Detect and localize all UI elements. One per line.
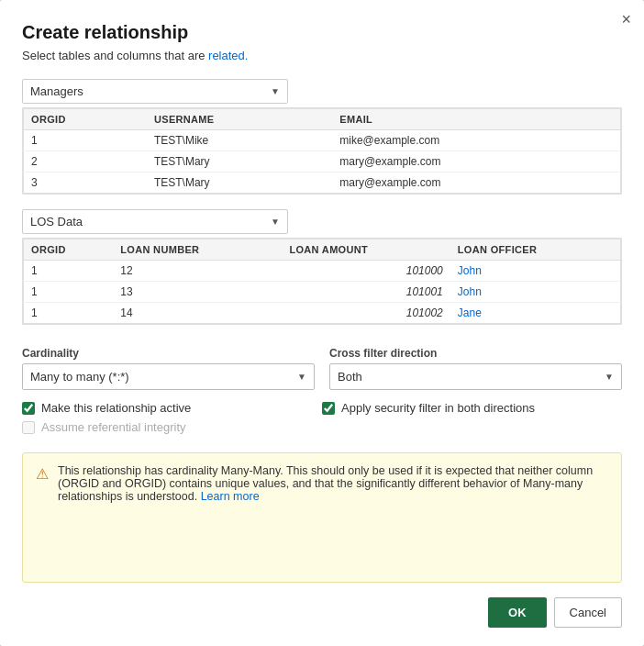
cardinality-arrow-icon: ▼ xyxy=(297,372,306,382)
table2-col-orgid: ORGID xyxy=(24,239,114,261)
active-checkbox-label: Make this relationship active xyxy=(41,401,191,415)
table1-wrapper: ORGID USERNAME EMAIL 1 TEST\Mike mike@ex… xyxy=(22,107,622,195)
crossfilter-dropdown[interactable]: Both ▼ xyxy=(329,363,622,390)
security-checkbox[interactable] xyxy=(322,402,335,415)
warning-box: ⚠ This relationship has cardinality Many… xyxy=(22,452,622,583)
active-checkbox-row: Make this relationship active xyxy=(22,401,322,415)
active-checkbox[interactable] xyxy=(22,402,35,415)
table2: ORGID LOAN NUMBER LOAN AMOUNT LOAN OFFIC… xyxy=(23,239,621,324)
ok-button[interactable]: OK xyxy=(488,597,547,628)
close-button[interactable]: × xyxy=(621,11,631,28)
table1-section: Managers ▼ ORGID USERNAME EMAIL 1 TEST\M… xyxy=(22,79,622,195)
crossfilter-label: Cross filter direction xyxy=(329,347,622,360)
table2-col-loanofficer: LOAN OFFICER xyxy=(450,239,621,261)
dialog-footer: OK Cancel xyxy=(22,597,622,628)
cancel-button[interactable]: Cancel xyxy=(554,597,622,628)
dialog-subtitle: Select tables and columns that are relat… xyxy=(22,49,622,62)
cardinality-dropdown[interactable]: Many to many (*:*) ▼ xyxy=(22,363,315,390)
table2-col-loanamount: LOAN AMOUNT xyxy=(282,239,450,261)
create-relationship-dialog: × Create relationship Select tables and … xyxy=(0,0,644,646)
table-row: 2 TEST\Mary mary@example.com xyxy=(24,151,621,173)
right-checkboxes: Apply security filter in both directions xyxy=(322,401,622,440)
security-checkbox-label: Apply security filter in both directions xyxy=(341,401,535,415)
table2-wrapper: ORGID LOAN NUMBER LOAN AMOUNT LOAN OFFIC… xyxy=(22,238,622,325)
table1-col-username: USERNAME xyxy=(147,109,332,130)
table-row: 1 TEST\Mike mike@example.com xyxy=(24,130,621,151)
left-checkboxes: Make this relationship active Assume ref… xyxy=(22,401,322,440)
warning-icon: ⚠ xyxy=(36,465,49,483)
table1-dropdown-arrow: ▼ xyxy=(271,86,280,96)
table1-dropdown[interactable]: Managers ▼ xyxy=(22,79,288,104)
table2-dropdown[interactable]: LOS Data ▼ xyxy=(22,209,288,234)
table-row: 3 TEST\Mary mary@example.com xyxy=(24,173,621,194)
cardinality-label: Cardinality xyxy=(22,347,315,360)
checkbox-options: Make this relationship active Assume ref… xyxy=(22,401,622,440)
table-row: 1 12 101000 John xyxy=(24,261,621,282)
table1-col-orgid: ORGID xyxy=(24,109,147,130)
table2-col-loannumber: LOAN NUMBER xyxy=(113,239,282,261)
integrity-checkbox-row: Assume referential integrity xyxy=(22,420,322,434)
table-row: 1 13 101001 John xyxy=(24,282,621,303)
integrity-checkbox-label: Assume referential integrity xyxy=(41,420,186,434)
security-checkbox-row: Apply security filter in both directions xyxy=(322,401,622,415)
dialog-title: Create relationship xyxy=(22,22,622,43)
cardinality-col: Cardinality Many to many (*:*) ▼ xyxy=(22,347,315,390)
table1-col-email: EMAIL xyxy=(332,109,620,130)
learn-more-link[interactable]: Learn more xyxy=(201,490,260,503)
table-row: 1 14 101002 Jane xyxy=(24,303,621,324)
table1: ORGID USERNAME EMAIL 1 TEST\Mike mike@ex… xyxy=(23,108,621,194)
table2-section: LOS Data ▼ ORGID LOAN NUMBER LOAN AMOUNT… xyxy=(22,209,622,325)
crossfilter-col: Cross filter direction Both ▼ xyxy=(329,347,622,390)
settings-row: Cardinality Many to many (*:*) ▼ Cross f… xyxy=(22,347,622,390)
table2-dropdown-arrow: ▼ xyxy=(271,217,280,227)
crossfilter-arrow-icon: ▼ xyxy=(605,372,614,382)
warning-text: This relationship has cardinality Many-M… xyxy=(58,464,608,503)
integrity-checkbox xyxy=(22,421,35,434)
